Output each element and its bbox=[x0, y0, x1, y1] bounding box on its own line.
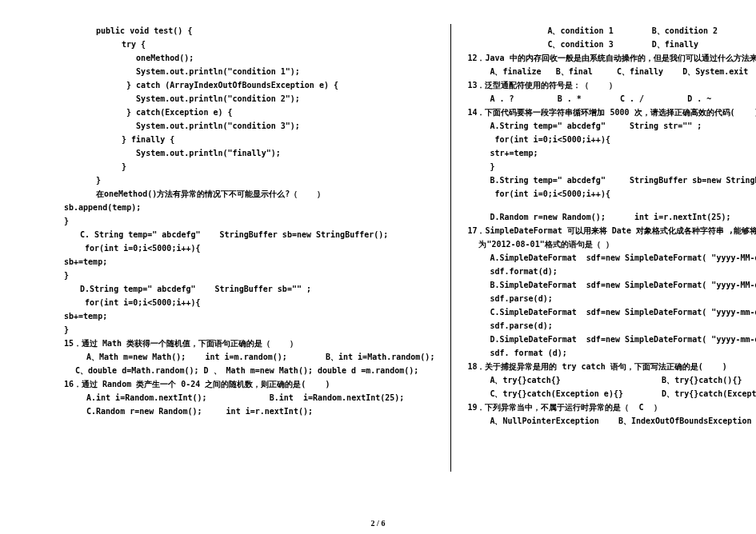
code-line: } catch (ArrayIndexOutOfBoundsException … bbox=[64, 78, 434, 92]
q19-options-ab: A、NullPointerException B、IndexOutOfBound… bbox=[467, 414, 756, 428]
question-14: 14．下面代码要将一段字符串循环增加 5000 次，请选择正确高效的代码( ) bbox=[467, 106, 756, 119]
code-line: sb+=temp; bbox=[64, 309, 434, 323]
code-line: } bbox=[64, 160, 434, 173]
code-line: System.out.println("finally"); bbox=[64, 146, 434, 160]
q14-option-a: A.String temp=" abcdefg" String str="" ; bbox=[467, 119, 756, 133]
question-text: 在oneMethod()方法有异常的情况下不可能显示什么?（ ） bbox=[64, 187, 434, 201]
q16-option-d: D.Random r=new Random(); int i=r.nextInt… bbox=[467, 210, 756, 224]
options-ab: A、condition 1 B、condition 2 bbox=[467, 24, 756, 38]
code-line: sb.append(temp); bbox=[64, 201, 434, 214]
question-15: 15．通过 Math 类获得一个随机值，下面语句正确的是（ ） bbox=[64, 337, 434, 350]
q17-option-b: B.SimpleDateFormat sdf=new SimpleDateFor… bbox=[467, 278, 756, 292]
code-line: System.out.println("condition 3"); bbox=[64, 119, 434, 133]
code-line: System.out.println("condition 1"); bbox=[64, 65, 434, 78]
code-line: } bbox=[467, 160, 756, 173]
question-18: 18．关于捕捉异常是用的 try catch 语句，下面写法正确的是( ) bbox=[467, 360, 756, 373]
code-line: try { bbox=[64, 38, 434, 51]
q18-options-ab: A、try{}catch{} B、try{}catch(){} bbox=[467, 373, 756, 387]
code-line: sdf.parse(d); bbox=[467, 319, 756, 333]
page-footer: 2 / 6 bbox=[0, 519, 756, 528]
code-line: oneMethod(); bbox=[64, 51, 434, 65]
q18-options-cd: C、try{}catch(Exception e){} D、try{}catch… bbox=[467, 387, 756, 400]
code-line: public void test() { bbox=[64, 24, 434, 38]
q14-option-b: B.String temp=" abcdefg" StringBuffer sb… bbox=[467, 173, 756, 187]
question-19: 19．下列异常当中，不属于运行时异常的是（ C ） bbox=[467, 400, 756, 414]
document-page: public void test() { try { oneMethod(); … bbox=[0, 0, 756, 480]
code-line: } catch(Exception e) { bbox=[64, 106, 434, 119]
code-line: sdf.format(d); bbox=[467, 265, 756, 278]
q13-options: A . ? B . * C . / D . ~ bbox=[467, 92, 756, 106]
option-d: D.String temp=" abcdefg" StringBuffer sb… bbox=[64, 282, 434, 296]
code-line: sdf.parse(d); bbox=[467, 292, 756, 305]
code-line: } finally { bbox=[64, 133, 434, 146]
code-line: } bbox=[64, 214, 434, 228]
q15-options-ab: A、Math m=new Math(); int i=m.random(); B… bbox=[64, 350, 434, 364]
q17-option-c: C.SimpleDateFormat sdf=new SimpleDateFor… bbox=[467, 305, 756, 319]
options-cd: C、condition 3 D、finally bbox=[467, 38, 756, 51]
q17-option-d: D.SimpleDateFormat sdf=new SimpleDateFor… bbox=[467, 333, 756, 346]
code-line: for(int i=0;i<5000;i++){ bbox=[467, 187, 756, 201]
q16-option-c: C.Random r=new Random(); int i=r.nextInt… bbox=[64, 404, 434, 418]
spacer bbox=[467, 201, 756, 210]
code-line: for(int i=0;i<5000;i++){ bbox=[467, 133, 756, 146]
code-line: sdf. format (d); bbox=[467, 346, 756, 360]
code-line: } bbox=[64, 269, 434, 282]
question-12: 12．Java 中的内存回收一般是由系统自动操作的，但是我们可以通过什么方法来手… bbox=[467, 51, 756, 65]
q15-options-cd: C、double d=Math.random(); D 、 Math m=new… bbox=[64, 364, 434, 377]
q12-options: A、finalize B、final C、finally D、System.ex… bbox=[467, 65, 756, 78]
code-line: str+=temp; bbox=[467, 146, 756, 160]
question-16: 16．通过 Random 类产生一个 0-24 之间的随机数，则正确的是( ) bbox=[64, 377, 434, 391]
question-17: 17．SimpleDateFormat 可以用来将 Date 对象格式化成各种字… bbox=[467, 224, 756, 251]
right-column: A、condition 1 B、condition 2 C、condition … bbox=[451, 24, 756, 472]
code-line: } bbox=[64, 323, 434, 337]
q16-options-ab: A.int i=Random.nextInt(); B.int i=Random… bbox=[64, 391, 434, 404]
code-line: sb+=temp; bbox=[64, 255, 434, 269]
code-line: for(int i=0;i<5000;i++){ bbox=[64, 241, 434, 255]
code-line: System.out.println("condition 2"); bbox=[64, 92, 434, 106]
code-line: for(int i=0;i<5000;i++){ bbox=[64, 296, 434, 309]
option-c: C. String temp=" abcdefg" StringBuffer s… bbox=[64, 228, 434, 241]
q17-option-a: A.SimpleDateFormat sdf=new SimpleDateFor… bbox=[467, 251, 756, 265]
code-line: } bbox=[64, 173, 434, 187]
question-13: 13．泛型通配符使用的符号是：（ ） bbox=[467, 78, 756, 92]
left-column: public void test() { try { oneMethod(); … bbox=[64, 24, 451, 472]
